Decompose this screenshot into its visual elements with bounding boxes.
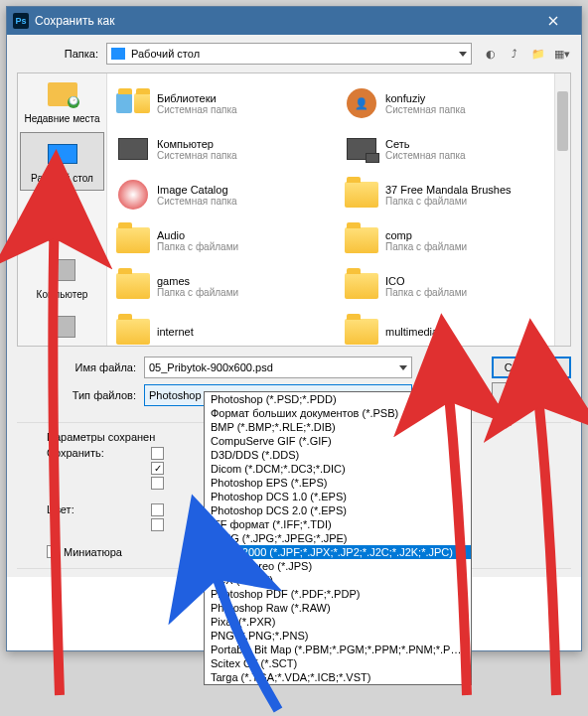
file-icon xyxy=(115,177,151,213)
format-option[interactable]: Targa (*.TGA;*.VDA;*.ICB;*.VST) xyxy=(205,670,471,684)
checkbox-icon xyxy=(47,545,60,558)
format-option[interactable]: BMP (*.BMP;*.RLE;*.DIB) xyxy=(205,420,471,434)
format-option[interactable]: TIFF (*.TIF;*.TIFF) xyxy=(205,684,471,685)
file-item[interactable]: 37 Free Mandala BrushesПапка с файлами xyxy=(344,173,562,216)
file-item[interactable]: КомпьютерСистемная папка xyxy=(115,127,334,171)
checkbox[interactable] xyxy=(151,462,168,475)
titlebar[interactable]: Ps Сохранить как xyxy=(7,7,581,35)
checkbox-icon xyxy=(151,503,164,516)
filetype-dropdown[interactable]: Photoshop (*.PSD;*.PDD)Формат больших до… xyxy=(204,391,472,685)
photoshop-icon: Ps xyxy=(13,13,29,29)
file-item[interactable]: internet xyxy=(115,310,334,346)
close-button[interactable] xyxy=(531,7,575,35)
thumbnail-checkbox[interactable]: Миниатюра xyxy=(47,545,122,558)
format-option[interactable]: Photoshop DCS 2.0 (*.EPS) xyxy=(205,503,471,517)
back-icon[interactable]: ◐ xyxy=(482,45,500,63)
places-item[interactable] xyxy=(18,306,106,352)
format-option[interactable]: PNG (*.PNG;*.PNS) xyxy=(205,629,471,643)
format-option[interactable]: JPEG (*.JPG;*.JPEG;*.JPE) xyxy=(205,531,471,545)
format-option[interactable]: JPEG 2000 (*.JPF;*.JPX;*.JP2;*.J2C;*.J2K… xyxy=(205,545,471,559)
save-opt-label: Сохранить: xyxy=(47,447,141,459)
places-item[interactable]: 🕑Недавние места xyxy=(18,73,106,130)
folder-label: Папка: xyxy=(17,48,106,60)
scroll-thumb[interactable] xyxy=(557,91,568,151)
file-item[interactable]: AudioПапка с файлами xyxy=(115,218,334,262)
up-icon[interactable]: ⤴ xyxy=(506,45,523,63)
file-icon xyxy=(344,177,379,213)
format-option[interactable]: Pixar (*.PXR) xyxy=(205,615,471,629)
cancel-button[interactable]: Отмена xyxy=(492,382,571,404)
folder-value: Рабочий стол xyxy=(131,48,200,60)
file-item[interactable]: 👤konfuziyСистемная папка xyxy=(344,81,562,125)
filename-label: Имя файла: xyxy=(17,361,144,373)
format-option[interactable]: CompuServe GIF (*.GIF) xyxy=(205,434,471,448)
chevron-down-icon xyxy=(399,365,407,370)
file-icon xyxy=(115,85,151,121)
places-item[interactable]: Компьютер xyxy=(18,249,106,306)
file-icon xyxy=(344,268,379,304)
file-grid[interactable]: БиблиотекиСистемная папка👤konfuziyСистем… xyxy=(107,73,570,346)
format-option[interactable]: IFF формат (*.IFF;*.TDI) xyxy=(205,517,471,531)
filename-input[interactable]: 05_Pribytok-900x600.psd xyxy=(144,357,412,378)
checkbox[interactable] xyxy=(151,503,168,516)
file-browser: 🕑Недавние местаРабочий столБиблиотекиКом… xyxy=(17,72,571,347)
dialog-title: Сохранить как xyxy=(35,14,531,28)
folder-toolbar: ◐ ⤴ 📁 ▦▾ xyxy=(482,45,571,63)
file-icon xyxy=(115,268,151,304)
filetype-label: Тип файлов: xyxy=(17,389,144,401)
file-item[interactable]: СетьСистемная папка xyxy=(344,127,562,171)
places-item[interactable]: Библиотеки xyxy=(18,193,106,249)
folder-combo[interactable]: Рабочий стол xyxy=(106,43,472,65)
checkbox-icon xyxy=(151,518,164,531)
checkbox-icon xyxy=(151,462,164,475)
color-label: Цвет: xyxy=(47,503,141,515)
file-icon: 👤 xyxy=(344,85,379,121)
file-item[interactable]: compПапка с файлами xyxy=(344,218,562,262)
file-item[interactable]: gamesПапка с файлами xyxy=(115,264,334,308)
file-item[interactable]: ICOПапка с файлами xyxy=(344,264,562,308)
chevron-down-icon xyxy=(459,52,467,57)
scrollbar[interactable] xyxy=(554,73,570,346)
file-item[interactable]: Image CatalogСистемная папка xyxy=(115,173,334,216)
desktop-icon xyxy=(111,48,125,60)
checkbox-icon xyxy=(151,447,164,460)
format-option[interactable]: PCX (*.PCX) xyxy=(205,573,471,587)
format-option[interactable]: Scitex CT (*.SCT) xyxy=(205,656,471,670)
file-item[interactable]: multimedia xyxy=(344,310,562,346)
format-option[interactable]: Photoshop Raw (*.RAW) xyxy=(205,601,471,615)
checkbox[interactable] xyxy=(151,477,168,490)
file-icon xyxy=(115,222,151,258)
format-option[interactable]: JPEG Stereo (*.JPS) xyxy=(205,559,471,573)
places-bar: 🕑Недавние местаРабочий столБиблиотекиКом… xyxy=(18,73,107,346)
file-icon xyxy=(344,131,379,167)
save-button[interactable]: Сохранить xyxy=(492,357,571,378)
view-icon[interactable]: ▦▾ xyxy=(553,45,571,63)
places-item[interactable]: Рабочий стол xyxy=(20,132,104,191)
newfolder-icon[interactable]: 📁 xyxy=(529,45,547,63)
checkbox[interactable] xyxy=(151,447,168,460)
file-item[interactable]: БиблиотекиСистемная папка xyxy=(115,81,334,125)
checkbox-icon xyxy=(151,477,164,490)
format-option[interactable]: Photoshop PDF (*.PDF;*.PDP) xyxy=(205,587,471,601)
format-option[interactable]: Photoshop DCS 1.0 (*.EPS) xyxy=(205,490,471,503)
format-option[interactable]: Portable Bit Map (*.PBM;*.PGM;*.PPM;*.PN… xyxy=(205,643,471,656)
checkbox[interactable] xyxy=(151,518,168,531)
file-icon xyxy=(344,314,379,346)
file-icon xyxy=(344,222,379,258)
format-option[interactable]: D3D/DDS (*.DDS) xyxy=(205,448,471,462)
format-option[interactable]: Dicom (*.DCM;*.DC3;*.DIC) xyxy=(205,462,471,476)
format-option[interactable]: Photoshop (*.PSD;*.PDD) xyxy=(205,392,471,406)
file-icon xyxy=(115,131,151,167)
file-icon xyxy=(115,314,151,346)
format-option[interactable]: Формат больших документов (*.PSB) xyxy=(205,406,471,420)
format-option[interactable]: Photoshop EPS (*.EPS) xyxy=(205,476,471,490)
